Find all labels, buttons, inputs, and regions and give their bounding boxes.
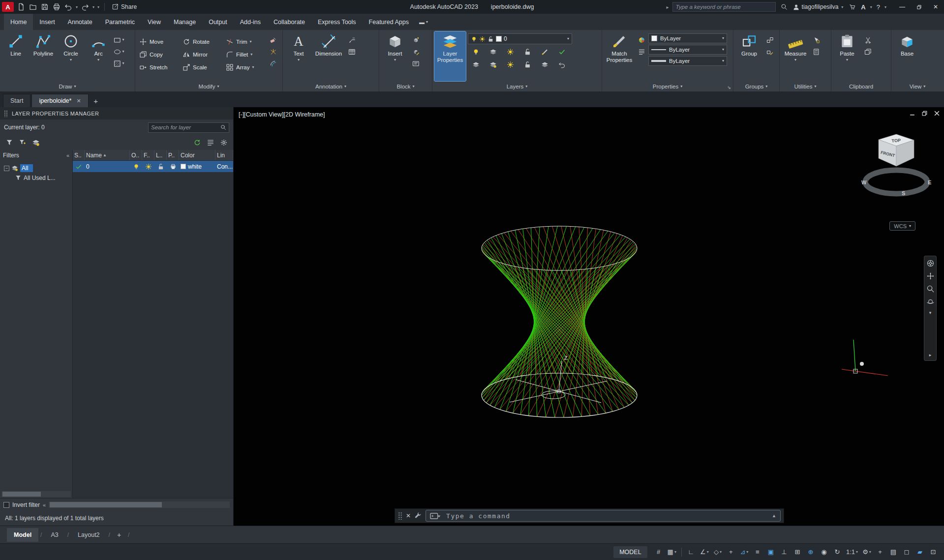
restore-button[interactable]: [911, 0, 927, 14]
layout-tab-model[interactable]: Model: [7, 528, 38, 542]
command-grip-icon[interactable]: [398, 512, 402, 520]
collapse-filters-icon[interactable]: «: [66, 152, 69, 158]
status-lineweight-display-button[interactable]: ≡: [752, 546, 763, 558]
status-ortho-mode-button[interactable]: ∟: [685, 546, 697, 558]
new-group-filter-button[interactable]: [17, 137, 28, 148]
block-panel-label[interactable]: Block▾: [379, 81, 432, 91]
match-layer-button[interactable]: [537, 46, 553, 57]
orbit-caret-icon[interactable]: ▾: [929, 310, 932, 315]
quick-calculator-button[interactable]: [810, 47, 822, 57]
group-button[interactable]: Group: [735, 31, 763, 81]
orbit-button[interactable]: [926, 297, 935, 306]
status-gizmo-button[interactable]: ⊕: [805, 546, 817, 558]
ungroup-button[interactable]: [764, 35, 776, 45]
status-isometric-drafting-button[interactable]: ◇▾: [712, 546, 724, 558]
column-linetype[interactable]: Lin: [215, 150, 233, 160]
ribbon-display-toggle-button[interactable]: ▬ ▾: [415, 14, 432, 30]
view-panel-label[interactable]: View▾: [891, 81, 944, 91]
viewport-restore-button[interactable]: [921, 110, 928, 117]
drawing-viewport[interactable]: Z [-][Custom View][2D Wireframe] W S E T…: [234, 107, 944, 526]
new-property-filter-button[interactable]: [4, 137, 15, 148]
leader-button[interactable]: [346, 35, 358, 45]
thaw-all-button[interactable]: [502, 59, 518, 70]
layer-on-button[interactable]: [468, 59, 484, 70]
compass-west-label[interactable]: W: [861, 179, 867, 185]
file-tab-start[interactable]: Start: [3, 94, 30, 107]
circle-button[interactable]: Circle▾: [57, 31, 85, 81]
properties-list-button[interactable]: [636, 47, 647, 57]
close-tab-icon[interactable]: ✕: [76, 98, 81, 104]
tree-item-all-used[interactable]: All Used L...: [0, 173, 72, 183]
status-polar-tracking-button[interactable]: ∠▾: [699, 546, 710, 558]
paste-button[interactable]: Paste▾: [833, 31, 861, 81]
layers-panel-label[interactable]: Layers▾: [432, 81, 602, 91]
copy-button[interactable]: Copy: [137, 48, 181, 61]
filters-scrollbar-thumb[interactable]: [2, 492, 41, 497]
column-name[interactable]: Name▲: [85, 150, 130, 160]
viewport-controls-label[interactable]: [-][Custom View][2D Wireframe]: [239, 111, 325, 118]
autocad-logo[interactable]: A: [2, 2, 14, 12]
trim-button[interactable]: Trim▾: [224, 35, 266, 48]
new-layout-button[interactable]: +: [112, 531, 126, 539]
layer-color-cell[interactable]: white: [179, 163, 215, 170]
model-space-button[interactable]: MODEL: [613, 546, 647, 558]
status-autoscale-button[interactable]: ↻: [831, 546, 843, 558]
column-lock[interactable]: L..: [154, 150, 167, 160]
layer-unisolate-button[interactable]: [485, 59, 501, 70]
account-button[interactable]: tiagofilipesilva ▾: [792, 3, 845, 11]
rotate-button[interactable]: Rotate: [181, 35, 224, 48]
layer-previous-button[interactable]: [554, 59, 570, 70]
compass-south-label[interactable]: S: [902, 190, 905, 196]
layer-select-dropdown[interactable]: 0 ▾: [468, 33, 572, 44]
drawing-canvas[interactable]: Z: [234, 107, 944, 526]
palette-settings-button[interactable]: [218, 137, 229, 148]
new-file-button[interactable]: [16, 1, 27, 12]
measure-button[interactable]: Measure▾: [782, 31, 809, 81]
layer-table-scrollbar-thumb[interactable]: [50, 502, 162, 507]
redo-caret-icon[interactable]: ▾: [91, 5, 95, 9]
share-button[interactable]: Share: [109, 3, 140, 10]
navigation-wheel-button[interactable]: [926, 259, 935, 267]
ribbon-tab-express-tools[interactable]: Express Tools: [311, 14, 363, 30]
layer-freeze-button[interactable]: [502, 46, 518, 57]
scale-button[interactable]: Scale: [181, 61, 224, 74]
fillet-button[interactable]: Fillet▾: [224, 48, 266, 61]
erase-button[interactable]: [267, 35, 279, 45]
status-object-snap-tracking-button[interactable]: +: [725, 546, 737, 558]
mirror-button[interactable]: Mirror: [181, 48, 224, 61]
status-selection-cycling-button[interactable]: ▣: [765, 546, 777, 558]
help-button[interactable]: ?: [877, 3, 880, 11]
undo-caret-icon[interactable]: ▾: [75, 5, 79, 9]
ribbon-tab-output[interactable]: Output: [202, 14, 234, 30]
status-dynamic-input-button[interactable]: ⊞: [792, 546, 803, 558]
draw-panel-label[interactable]: Draw▾: [0, 81, 135, 91]
color-picker-button[interactable]: [636, 35, 647, 45]
command-line[interactable]: ✕ Type a command ▲: [395, 508, 784, 523]
edit-attributes-button[interactable]: [410, 59, 422, 68]
utilities-panel-label[interactable]: Utilities▾: [780, 81, 831, 91]
pan-button[interactable]: [926, 272, 935, 280]
invert-filter-checkbox[interactable]: [3, 502, 9, 508]
ribbon-tab-addins[interactable]: Add-ins: [234, 14, 267, 30]
object-color-dropdown[interactable]: ByLayer▾: [648, 33, 727, 43]
table-button[interactable]: [346, 47, 358, 57]
rectangle-button[interactable]: ▾: [113, 35, 125, 45]
linetype-dropdown[interactable]: ByLayer▾: [648, 45, 727, 55]
command-input[interactable]: Type a command ▲: [426, 510, 781, 522]
search-arrow-icon[interactable]: ▸: [667, 4, 669, 10]
properties-dialog-launcher-icon[interactable]: ⇘: [727, 85, 731, 90]
layer-unlock-button[interactable]: [519, 59, 536, 70]
compass-east-label[interactable]: E: [928, 179, 931, 185]
command-customize-button[interactable]: [414, 512, 422, 520]
create-block-button[interactable]: [410, 35, 422, 45]
clipboard-panel-label[interactable]: Clipboard: [831, 81, 891, 91]
redo-button[interactable]: [80, 1, 91, 12]
refresh-button[interactable]: [192, 137, 203, 148]
ribbon-tab-view[interactable]: View: [141, 14, 167, 30]
filters-scrollbar[interactable]: [1, 491, 71, 497]
qat-customize-caret-icon[interactable]: ▾: [96, 5, 100, 9]
line-button[interactable]: Line: [2, 31, 30, 81]
make-current-button[interactable]: [554, 46, 570, 57]
explode-button[interactable]: [267, 47, 279, 57]
block-editor-button[interactable]: [410, 47, 422, 57]
